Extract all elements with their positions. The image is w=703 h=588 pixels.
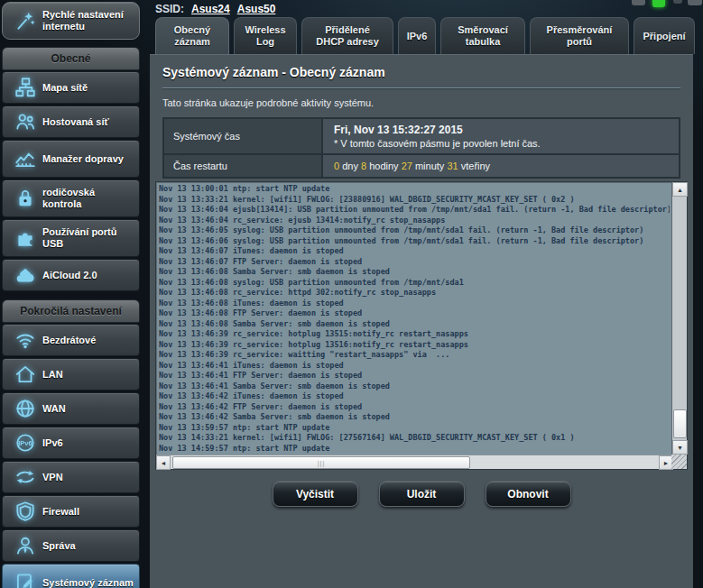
system-info-table: Systémový čas Fri, Nov 13 15:32:27 2015 …: [162, 117, 680, 179]
vpn-icon: [8, 465, 42, 489]
sidebar-item-label: rodičovská kontrola: [42, 187, 134, 210]
tab-ipv6[interactable]: IPv6: [398, 17, 436, 54]
uptime-hours-unit: hodiny: [366, 161, 402, 171]
wireless-icon: [8, 328, 42, 352]
sidebar-item-label: LAN: [42, 369, 63, 381]
sidebar-section-advanced: Pokročilá nastavení: [2, 299, 140, 323]
sidebar-item-administration[interactable]: Správa: [2, 529, 140, 562]
sidebar-item-label: Mapa sítě: [42, 82, 88, 94]
notification-icon[interactable]: [632, 0, 645, 5]
sidebar-item-traffic-manager[interactable]: Manažer dopravy: [2, 140, 140, 178]
uptime-value: 0 dny 8 hodiny 27 minuty 31 vteřiny: [322, 154, 680, 178]
sidebar: Rychlé nastavení internetu Obecné Mapa s…: [0, 0, 149, 588]
scroll-down-icon[interactable]: ▼: [672, 440, 688, 455]
sidebar-item-lan[interactable]: LAN: [2, 358, 140, 390]
magic-wand-icon: [8, 9, 42, 32]
clear-button[interactable]: Vyčistit: [273, 481, 358, 507]
uptime-seconds-unit: vteřiny: [458, 161, 490, 171]
sidebar-item-firewall[interactable]: Firewall: [2, 495, 140, 528]
parental-controls-icon: [8, 187, 42, 210]
sidebar-item-network-map[interactable]: Mapa sítě: [2, 71, 140, 104]
log-content[interactable]: Nov 13 13:00:01 ntp: start NTP update No…: [159, 184, 670, 454]
traffic-manager-icon: [8, 147, 42, 170]
thumb-grip: |||: [318, 460, 325, 466]
horizontal-scroll-thumb[interactable]: |||: [172, 456, 470, 469]
tab-connections[interactable]: Připojení: [634, 17, 695, 54]
svg-text:IPv6: IPv6: [18, 439, 32, 447]
content-panel: Systémový záznam - Obecný záznam Tato st…: [150, 54, 693, 588]
quick-internet-setup-button[interactable]: Rychlé nastavení internetu: [2, 2, 140, 40]
page-description: Tato stránka ukazuje podrobné aktivity s…: [150, 89, 693, 115]
scroll-up-icon[interactable]: ▲: [672, 182, 688, 197]
sidebar-item-label: Firewall: [42, 506, 79, 518]
wan-icon: [8, 397, 42, 420]
ipv6-icon: IPv6: [8, 431, 42, 455]
sidebar-item-label: VPN: [42, 472, 63, 483]
tab-bar: Obecný záznam Wireless Log Přidělené DHC…: [155, 17, 695, 54]
dst-note: * V tomto časovém pásmu je povolen letní…: [334, 138, 668, 149]
sidebar-item-vpn[interactable]: VPN: [2, 461, 140, 493]
usb-apps-icon: [8, 226, 42, 250]
resize-grip[interactable]: [671, 455, 687, 469]
uptime-days-unit: dny: [339, 161, 361, 171]
vertical-scrollbar[interactable]: ▲ ▼: [671, 182, 687, 455]
ssid-label: SSID:: [155, 3, 184, 15]
administration-icon: [8, 534, 42, 557]
uptime-seconds: 31: [447, 161, 458, 171]
sidebar-item-label: IPv6: [42, 437, 63, 449]
system-time-value: Fri, Nov 13 15:32:27 2015: [334, 124, 668, 136]
tab-wireless-log[interactable]: Wireless Log: [234, 17, 297, 54]
page-title: Systémový záznam - Obecný záznam: [150, 55, 693, 87]
uptime-minutes: 27: [402, 161, 412, 171]
uptime-label: Čas restartu: [163, 154, 322, 178]
quick-setup-label: Rychlé nastavení internetu: [42, 9, 134, 32]
tab-port-forwarding[interactable]: Přesměrování portů: [530, 17, 629, 54]
network-map-icon: [8, 76, 42, 99]
sidebar-item-system-log[interactable]: Systémový záznam: [2, 564, 140, 588]
tab-dhcp-leases[interactable]: Přidělené DHCP adresy: [301, 17, 393, 54]
system-time-label: Systémový čas: [163, 118, 322, 154]
sidebar-item-guest-network[interactable]: Hostovaná síť: [2, 106, 140, 138]
sidebar-item-usb-application[interactable]: Používání portů USB: [2, 219, 140, 257]
action-button-row: Vyčistit Uložit Obnovit: [150, 481, 693, 507]
save-button[interactable]: Uložit: [379, 481, 465, 507]
sidebar-item-wan[interactable]: WAN: [2, 392, 140, 425]
sidebar-section-general: Obecné: [2, 47, 140, 70]
sidebar-item-aicloud[interactable]: AiCloud 2.0: [2, 259, 140, 291]
tab-general-log[interactable]: Obecný záznam: [155, 17, 229, 54]
sidebar-item-label: WAN: [42, 403, 66, 415]
ssid-link-asus50[interactable]: Asus50: [237, 3, 276, 15]
tab-routing-table[interactable]: Směrovací tabulka: [440, 17, 525, 54]
sidebar-item-label: Správa: [42, 540, 76, 552]
system-log-textarea[interactable]: Nov 13 13:00:01 ntp: start NTP update No…: [155, 181, 688, 470]
sidebar-item-ipv6[interactable]: IPv6 IPv6: [2, 427, 140, 459]
aicloud-icon: [8, 263, 42, 287]
sidebar-item-label: Bezdrátové: [42, 335, 96, 346]
topbar: SSID: Asus24 Asus50: [155, 2, 275, 16]
firewall-icon: [8, 500, 42, 523]
sidebar-item-wireless[interactable]: Bezdrátové: [2, 324, 140, 356]
sidebar-item-label: Manažer dopravy: [42, 153, 124, 165]
horizontal-scrollbar[interactable]: ◄ ► |||: [156, 455, 673, 469]
internet-status-icon[interactable]: [652, 0, 665, 7]
guest-network-icon: [8, 110, 42, 133]
sidebar-item-label: Systémový záznam: [42, 577, 134, 588]
scroll-left-icon[interactable]: ◄: [156, 455, 171, 470]
reboot-icon[interactable]: [688, 0, 702, 5]
sidebar-item-label: AiCloud 2.0: [42, 270, 97, 281]
table-row: Systémový čas Fri, Nov 13 15:32:27 2015 …: [163, 118, 680, 154]
table-row: Čas restartu 0 dny 8 hodiny 27 minuty 31…: [163, 154, 680, 178]
sidebar-item-label: Používání portů USB: [42, 226, 134, 250]
sidebar-item-label: Hostovaná síť: [42, 116, 109, 128]
ssid-link-asus24[interactable]: Asus24: [191, 3, 230, 15]
lan-icon: [8, 363, 42, 386]
sidebar-item-parental-controls[interactable]: rodičovská kontrola: [2, 179, 140, 217]
system-log-icon: [8, 571, 42, 588]
refresh-button[interactable]: Obnovit: [486, 481, 571, 507]
uptime-minutes-unit: minuty: [412, 161, 448, 171]
vertical-scroll-thumb[interactable]: [673, 409, 687, 438]
usb-status-icon[interactable]: [673, 0, 682, 4]
